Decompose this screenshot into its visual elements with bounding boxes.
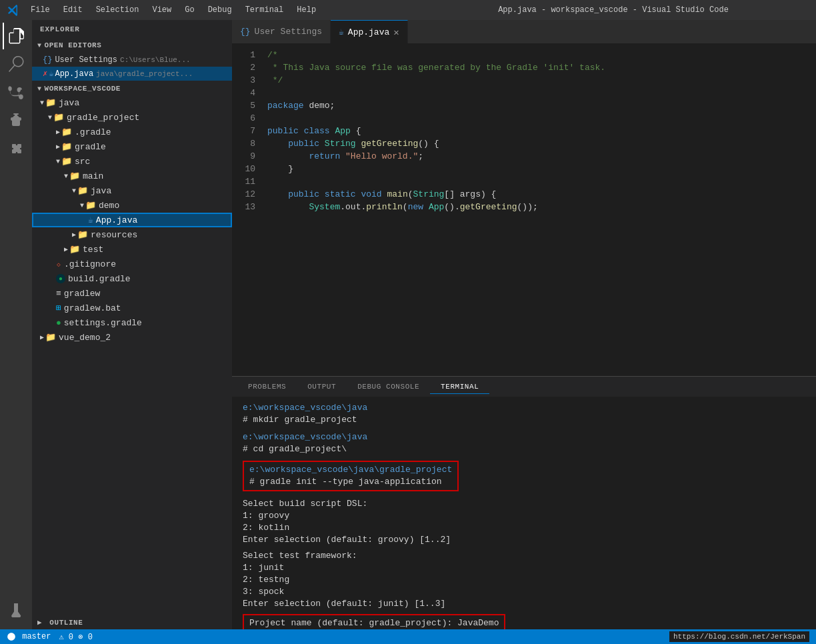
folder-chevron-icon: ▶ xyxy=(72,231,76,239)
menu-go[interactable]: Go xyxy=(179,4,199,16)
tab-settings-icon: {} xyxy=(240,27,251,37)
outline-label: OUTLINE xyxy=(49,619,83,627)
extensions-activity-icon[interactable] xyxy=(3,135,29,161)
tree-main[interactable]: ▼ 📁 main xyxy=(32,169,232,183)
term-highlighted-block: e:\workspace_vscode\java\gradle_project … xyxy=(243,461,459,491)
terminal-content[interactable]: e:\workspace_vscode\java # mkdir gradle_… xyxy=(232,397,816,629)
open-editor-appjava[interactable]: ✗ ☕ App.java java\gradle_project... xyxy=(32,67,232,81)
code-line-1: /* xyxy=(267,49,816,61)
footer-link[interactable]: https://blog.csdn.net/JerkSpan xyxy=(669,631,809,642)
term-line-3: e:\workspace_vscode\java xyxy=(243,431,805,443)
code-line-5: package demo; xyxy=(267,99,816,112)
gradle-icon: ● xyxy=(56,274,65,283)
settings-path: C:\Users\Blue... xyxy=(120,56,191,64)
debug-activity-icon[interactable] xyxy=(3,107,29,133)
code-line-12: public static void main(String[] args) { xyxy=(267,188,816,201)
open-editors-header[interactable]: ▼ OPEN EDITORS xyxy=(32,39,232,52)
folder-chevron-icon: ▼ xyxy=(40,99,44,107)
tree-demo[interactable]: ▼ 📁 demo xyxy=(32,198,232,213)
source-control-activity-icon[interactable] xyxy=(3,79,29,105)
open-editors-label: OPEN EDITORS xyxy=(45,41,102,49)
tree-build-gradle[interactable]: ● build.gradle xyxy=(32,271,232,286)
tab-appjava[interactable]: ☕ App.java ✕ xyxy=(331,20,408,43)
tab-user-settings[interactable]: {} User Settings xyxy=(232,20,331,43)
explorer-header: EXPLORER xyxy=(32,20,232,39)
menu-help[interactable]: Help xyxy=(291,4,321,16)
panel: PROBLEMS OUTPUT DEBUG CONSOLE TERMINAL e… xyxy=(232,376,816,629)
menu-debug[interactable]: Debug xyxy=(203,4,237,16)
folder-chevron-icon: ▶ xyxy=(64,245,68,253)
term-kotlin: 2: kotlin xyxy=(243,522,805,534)
tree-vue-demo[interactable]: ▶ 📁 vue_demo_2 xyxy=(32,330,232,345)
term-line-4: # cd gradle_project\ xyxy=(243,443,805,455)
tree-src[interactable]: ▼ 📁 src xyxy=(32,154,232,169)
folder-icon: 📁 xyxy=(61,156,72,167)
term-enter-selection: Enter selection (default: groovy) [1..2] xyxy=(243,534,805,546)
tree-gradlew[interactable]: ≡ gradlew xyxy=(32,286,232,301)
code-line-8: public String getGreeting() { xyxy=(267,137,816,150)
tree-settings-gradle[interactable]: ● settings.gradle xyxy=(32,315,232,330)
menu-terminal[interactable]: Terminal xyxy=(240,4,289,16)
term-groovy: 1: groovy xyxy=(243,510,805,522)
outline-chevron: ▶ xyxy=(37,619,42,627)
folder-icon: 📁 xyxy=(85,200,96,211)
tree-java-inner[interactable]: ▼ 📁 java xyxy=(32,183,232,198)
gradlew-label: gradlew xyxy=(64,289,101,299)
tree-java[interactable]: ▼ 📁 java xyxy=(32,95,232,110)
window-title: App.java - workspace_vscode - Visual Stu… xyxy=(417,5,809,15)
tree-gradle-project[interactable]: ▼ 📁 gradle_project xyxy=(32,110,232,125)
menu-view[interactable]: View xyxy=(147,4,177,16)
folder-chevron-icon: ▼ xyxy=(48,114,52,121)
workspace-header[interactable]: ▼ WORKSPACE_VSCODE xyxy=(32,82,232,95)
settings-label: User Settings xyxy=(55,55,117,65)
tree-gradle[interactable]: ▶ 📁 gradle xyxy=(32,139,232,154)
menu-selection[interactable]: Selection xyxy=(91,4,145,16)
open-editors-chevron: ▼ xyxy=(37,42,42,49)
outline-section[interactable]: ▶ OUTLINE xyxy=(32,615,232,629)
vscode-logo-icon xyxy=(7,3,20,17)
search-activity-icon[interactable] xyxy=(3,51,29,77)
windows-icon: ⊞ xyxy=(56,303,61,313)
folder-icon: 📁 xyxy=(53,112,64,123)
tree-dot-gradle[interactable]: ▶ 📁 .gradle xyxy=(32,125,232,139)
tree-gradlew-bat[interactable]: ⊞ gradlew.bat xyxy=(32,301,232,315)
folder-icon: 📁 xyxy=(69,244,80,255)
menu-file[interactable]: File xyxy=(25,4,55,16)
status-bar: master ⚠ 0 ⊗ 0 https://blog.csdn.net/Jer… xyxy=(0,629,816,644)
code-line-2: * This Java source file was generated by… xyxy=(267,61,816,74)
appjava-label: App.java xyxy=(55,69,93,79)
tree-resources[interactable]: ▶ 📁 resources xyxy=(32,227,232,242)
gradle-settings-icon: ● xyxy=(56,318,61,328)
tree-appjava[interactable]: ☕ App.java xyxy=(32,213,232,227)
folder-label: demo xyxy=(99,201,119,211)
tab-settings-label: User Settings xyxy=(255,27,322,37)
gitignore-label: .gitignore xyxy=(64,259,116,269)
folder-chevron-icon: ▼ xyxy=(80,202,84,209)
build-gradle-label: build.gradle xyxy=(68,274,131,284)
tab-close-button[interactable]: ✕ xyxy=(393,27,399,38)
flask-activity-icon[interactable] xyxy=(3,597,29,624)
tab-java-icon: ☕ xyxy=(339,27,344,37)
title-bar: File Edit Selection View Go Debug Termin… xyxy=(0,0,816,20)
folder-chevron-icon: ▶ xyxy=(56,143,60,151)
tree-test[interactable]: ▶ 📁 test xyxy=(32,242,232,257)
menu-edit[interactable]: Edit xyxy=(58,4,88,16)
tab-output[interactable]: OUTPUT xyxy=(297,380,347,393)
code-line-9: return "Hello world."; xyxy=(267,150,816,163)
tree-gitignore[interactable]: ⬦ .gitignore xyxy=(32,257,232,271)
gradlew-bat-label: gradlew.bat xyxy=(64,303,121,313)
explorer-activity-icon[interactable] xyxy=(3,23,29,49)
tab-terminal[interactable]: TERMINAL xyxy=(430,380,489,394)
git-branch-status[interactable]: master xyxy=(7,632,51,641)
folder-icon: 📁 xyxy=(69,171,80,181)
folder-icon: 📁 xyxy=(45,97,56,108)
tab-problems[interactable]: PROBLEMS xyxy=(237,380,297,393)
code-line-10: } xyxy=(267,163,816,175)
appjava-tree-label: App.java xyxy=(96,215,137,225)
folder-label: gradle xyxy=(75,142,106,152)
tab-debug-console[interactable]: DEBUG CONSOLE xyxy=(347,380,430,393)
editor-area: {} User Settings ☕ App.java ✕ 1 2 3 4 5 … xyxy=(232,20,816,629)
term-line-2: # mkdir gradle_project xyxy=(243,414,805,426)
open-editor-settings[interactable]: {} User Settings C:\Users\Blue... xyxy=(32,53,232,67)
term-spock: 3: spock xyxy=(243,586,805,598)
